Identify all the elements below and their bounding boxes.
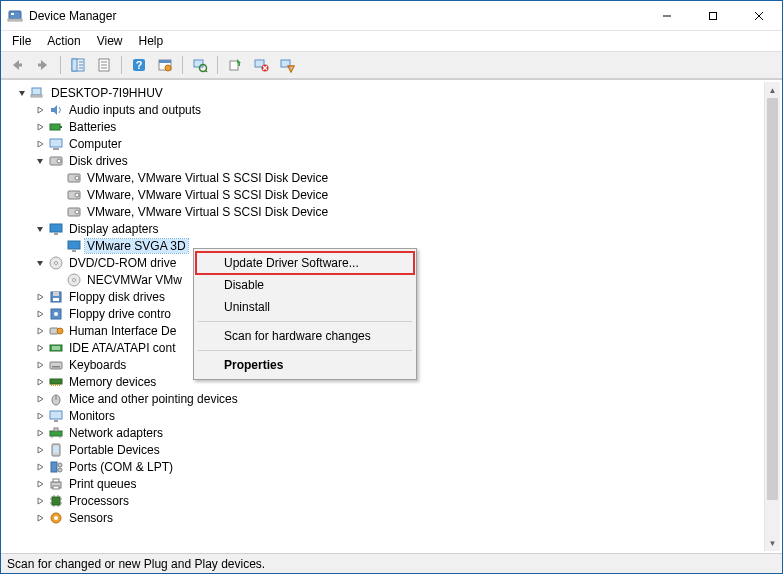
tree-node-dev-3-2[interactable]: VMware, VMware Virtual S SCSI Disk Devic… [7, 203, 764, 220]
menu-help[interactable]: Help [132, 32, 171, 50]
svg-rect-27 [239, 62, 241, 66]
tree-node-cat-13[interactable]: Monitors [7, 407, 764, 424]
tree-node-cat-3[interactable]: Disk drives [7, 152, 764, 169]
tree-node-label: NECVMWar VMw [85, 273, 184, 287]
tree-node-cat-14[interactable]: Network adapters [7, 424, 764, 441]
printer-icon [48, 476, 64, 492]
toolbar-show-hidden-button[interactable] [153, 53, 177, 77]
network-icon [48, 425, 64, 441]
tree-node-label: Memory devices [67, 375, 158, 389]
minimize-button[interactable] [644, 1, 690, 30]
svg-rect-84 [51, 462, 57, 472]
svg-rect-69 [51, 384, 52, 386]
toolbar-update-driver-button[interactable] [223, 53, 247, 77]
ctx-uninstall[interactable]: Uninstall [196, 296, 414, 318]
svg-rect-88 [53, 479, 59, 482]
svg-rect-2 [11, 13, 14, 15]
chevron-right-icon[interactable] [33, 443, 47, 457]
tree-panel: DESKTOP-7I9HHUVAudio inputs and outputsB… [1, 79, 782, 553]
chevron-right-icon[interactable] [33, 307, 47, 321]
svg-rect-89 [53, 486, 59, 489]
scroll-track[interactable] [765, 98, 780, 535]
vertical-scrollbar[interactable]: ▲ ▼ [764, 82, 780, 551]
sensor-icon [48, 510, 64, 526]
close-button[interactable] [736, 1, 782, 30]
menu-file[interactable]: File [5, 32, 38, 50]
toolbar-show-hide-tree-button[interactable] [66, 53, 90, 77]
tree-node-root[interactable]: DESKTOP-7I9HHUV [7, 84, 764, 101]
svg-rect-1 [8, 19, 22, 21]
tree-node-cat-16[interactable]: Ports (COM & LPT) [7, 458, 764, 475]
svg-rect-50 [68, 241, 80, 249]
tree-node-cat-17[interactable]: Print queues [7, 475, 764, 492]
menubar: File Action View Help [1, 31, 782, 51]
chevron-down-icon[interactable] [33, 256, 47, 270]
tree-node-label: Floppy disk drives [67, 290, 167, 304]
chevron-right-icon[interactable] [33, 375, 47, 389]
chevron-down-icon[interactable] [33, 154, 47, 168]
svg-rect-72 [57, 384, 58, 386]
tree-node-cat-15[interactable]: Portable Devices [7, 441, 764, 458]
chevron-right-icon[interactable] [33, 511, 47, 525]
tree-node-cat-19[interactable]: Sensors [7, 509, 764, 526]
tree-node-label: Human Interface De [67, 324, 178, 338]
ide-icon [48, 340, 64, 356]
tree-node-cat-4[interactable]: Display adapters [7, 220, 764, 237]
chevron-right-icon[interactable] [33, 409, 47, 423]
window-title: Device Manager [29, 9, 116, 23]
chevron-right-icon[interactable] [33, 392, 47, 406]
chevron-right-icon[interactable] [33, 103, 47, 117]
menu-view[interactable]: View [90, 32, 130, 50]
scroll-down-arrow[interactable]: ▼ [765, 535, 780, 551]
tree-node-dev-3-0[interactable]: VMware, VMware Virtual S SCSI Disk Devic… [7, 169, 764, 186]
toolbar-disable-button[interactable] [275, 53, 299, 77]
tree-node-label: Disk drives [67, 154, 130, 168]
scroll-thumb[interactable] [767, 98, 778, 500]
svg-rect-37 [60, 126, 62, 128]
chevron-right-icon[interactable] [33, 426, 47, 440]
svg-rect-66 [50, 362, 62, 369]
maximize-button[interactable] [690, 1, 736, 30]
portable-icon [48, 442, 64, 458]
toolbar-scan-button[interactable] [188, 53, 212, 77]
scroll-up-arrow[interactable]: ▲ [765, 82, 780, 98]
disk-icon [66, 204, 82, 220]
ctx-scan[interactable]: Scan for hardware changes [196, 325, 414, 347]
tree-node-label: Mice and other pointing devices [67, 392, 240, 406]
toolbar-back-button[interactable] [5, 53, 29, 77]
chevron-right-icon[interactable] [33, 477, 47, 491]
menu-action[interactable]: Action [40, 32, 87, 50]
toolbar-help-button[interactable]: ? [127, 53, 151, 77]
chevron-down-icon[interactable] [33, 222, 47, 236]
tree-node-cat-18[interactable]: Processors [7, 492, 764, 509]
svg-point-62 [57, 328, 63, 334]
tree-node-cat-2[interactable]: Computer [7, 135, 764, 152]
ctx-update-driver[interactable]: Update Driver Software... [196, 252, 414, 274]
toolbar-properties-button[interactable] [92, 53, 116, 77]
toolbar-forward-button[interactable] [31, 53, 55, 77]
tree-node-cat-1[interactable]: Batteries [7, 118, 764, 135]
chevron-right-icon[interactable] [33, 358, 47, 372]
chevron-right-icon[interactable] [33, 460, 47, 474]
memory-icon [48, 374, 64, 390]
svg-point-55 [73, 278, 76, 281]
tree-node-cat-0[interactable]: Audio inputs and outputs [7, 101, 764, 118]
chevron-right-icon[interactable] [33, 324, 47, 338]
svg-rect-38 [50, 139, 62, 147]
app-icon [7, 8, 23, 24]
ctx-properties[interactable]: Properties [196, 354, 414, 376]
chevron-right-icon[interactable] [33, 494, 47, 508]
toolbar-uninstall-button[interactable] [249, 53, 273, 77]
svg-rect-70 [53, 384, 54, 386]
ctx-disable[interactable]: Disable [196, 274, 414, 296]
chevron-right-icon[interactable] [33, 290, 47, 304]
dvd-icon [48, 255, 64, 271]
chevron-right-icon[interactable] [33, 137, 47, 151]
chevron-down-icon[interactable] [15, 86, 29, 100]
tree-node-cat-12[interactable]: Mice and other pointing devices [7, 390, 764, 407]
tree-node-dev-3-1[interactable]: VMware, VMware Virtual S SCSI Disk Devic… [7, 186, 764, 203]
tree-node-label: VMware, VMware Virtual S SCSI Disk Devic… [85, 188, 330, 202]
chevron-right-icon[interactable] [33, 341, 47, 355]
svg-line-6 [755, 12, 763, 20]
chevron-right-icon[interactable] [33, 120, 47, 134]
